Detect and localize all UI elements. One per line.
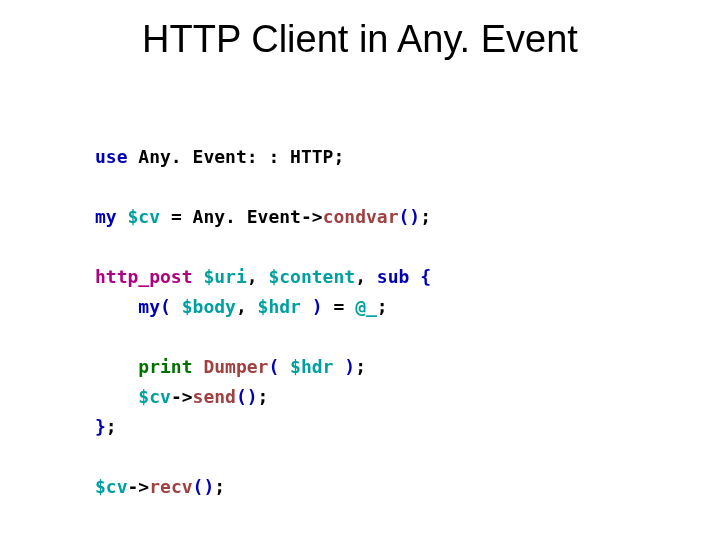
keyword-print: print bbox=[138, 356, 192, 377]
code-line-9: $cv->send(); bbox=[95, 386, 268, 407]
func-http-post: http_post bbox=[95, 266, 193, 287]
method-recv: recv bbox=[149, 476, 192, 497]
class-anyevent: Any. Event bbox=[193, 206, 301, 227]
code-line-6: my( $body, $hdr ) = @_; bbox=[95, 296, 388, 317]
keyword-sub: sub bbox=[377, 266, 410, 287]
ident-dumper: Dumper bbox=[203, 356, 268, 377]
method-condvar: condvar bbox=[323, 206, 399, 227]
keyword-my: my bbox=[95, 206, 117, 227]
var-body: $body bbox=[182, 296, 236, 317]
var-cv: $cv bbox=[138, 386, 171, 407]
code-line-3: my $cv = Any. Event->condvar(); bbox=[95, 206, 431, 227]
code-line-10: }; bbox=[95, 416, 117, 437]
var-at-underscore: @_ bbox=[355, 296, 377, 317]
keyword-my: my bbox=[138, 296, 160, 317]
code-line-12: $cv->recv(); bbox=[95, 476, 225, 497]
var-uri: $uri bbox=[203, 266, 246, 287]
code-line-5: http_post $uri, $content, sub { bbox=[95, 266, 431, 287]
code-block: use Any. Event: : HTTP; my $cv = Any. Ev… bbox=[95, 112, 431, 502]
module-name: Any. Event: : HTTP bbox=[138, 146, 333, 167]
slide-title: HTTP Client in Any. Event bbox=[0, 0, 720, 61]
method-send: send bbox=[193, 386, 236, 407]
var-hdr: $hdr bbox=[290, 356, 333, 377]
var-cv: $cv bbox=[128, 206, 161, 227]
code-line-1: use Any. Event: : HTTP; bbox=[95, 146, 344, 167]
keyword-use: use bbox=[95, 146, 128, 167]
code-line-8: print Dumper( $hdr ); bbox=[95, 356, 366, 377]
var-hdr: $hdr bbox=[258, 296, 301, 317]
var-content: $content bbox=[268, 266, 355, 287]
var-cv: $cv bbox=[95, 476, 128, 497]
